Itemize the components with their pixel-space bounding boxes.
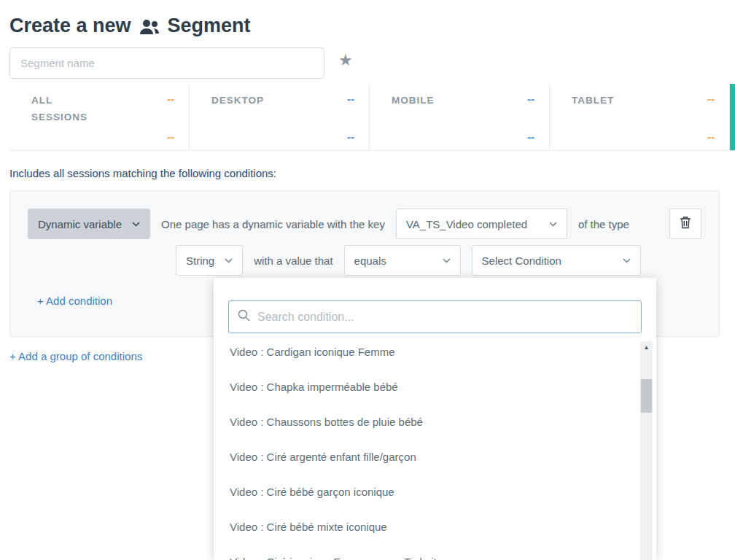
chevron-down-icon	[225, 258, 233, 263]
stat-label: ALL SESSIONS	[31, 93, 112, 126]
condition-options-list: Video : Cardigan iconique Femme Video : …	[214, 334, 644, 560]
of-type-label: of the type	[578, 218, 629, 230]
scrollbar-thumb[interactable]	[641, 379, 652, 413]
scrollbar-up-arrow[interactable]: ▲	[640, 341, 653, 353]
stat-mobile: MOBILE -- --	[370, 84, 550, 150]
stat-label: TABLET	[572, 93, 614, 109]
add-group-of-conditions-link[interactable]: + Add a group of conditions	[9, 350, 142, 362]
favorite-star-icon[interactable]: ★	[338, 52, 353, 69]
stat-value-bottom: --	[527, 131, 534, 143]
stat-value-top: --	[347, 93, 354, 105]
condition-value-select[interactable]: Select Condition	[472, 245, 641, 276]
stat-all-sessions: ALL SESSIONS -- --	[9, 84, 190, 150]
chevron-down-icon	[443, 258, 451, 263]
operator-select[interactable]: equals	[344, 245, 461, 276]
value-type-select[interactable]: String	[176, 245, 243, 276]
users-icon	[139, 17, 160, 35]
stat-value-top: --	[167, 93, 174, 105]
stat-tablet: TABLET -- --	[550, 84, 730, 150]
dynamic-variable-key-select[interactable]: VA_TS_Video completed	[396, 209, 567, 239]
stat-value-top: --	[707, 93, 715, 105]
stat-value-bottom: --	[707, 131, 715, 143]
condition-option[interactable]: Video : Ciré bébé mixte iconique	[214, 509, 644, 544]
condition-option[interactable]: Video : Cardigan iconique Femme	[214, 334, 644, 369]
condition-option[interactable]: Video : Chapka imperméable bébé	[214, 369, 644, 404]
stat-value-top: --	[527, 93, 534, 105]
segment-builder-page: Create a new Segment ★ ALL SESSIONS -- -…	[0, 0, 735, 560]
conditions-intro-text: Includes all sessions matching the follo…	[9, 167, 276, 179]
page-title-prefix: Create a new	[9, 15, 131, 37]
stat-value-bottom: --	[347, 131, 354, 143]
stat-section-partial	[730, 84, 735, 150]
chevron-down-icon	[132, 222, 140, 227]
stat-desktop: DESKTOP -- --	[190, 84, 370, 150]
add-condition-link[interactable]: + Add condition	[37, 295, 112, 307]
stats-bar: ALL SESSIONS -- -- DESKTOP -- -- MOBILE …	[9, 84, 735, 151]
condition-type-select[interactable]: Dynamic variable	[28, 209, 150, 239]
delete-condition-button[interactable]	[669, 209, 701, 239]
condition-option[interactable]: Video : Ciré argenté enfant fille/garçon	[214, 439, 644, 474]
trash-icon	[680, 216, 691, 232]
segment-name-input[interactable]	[9, 47, 324, 79]
condition-option[interactable]: Video : Ciré bébé garçon iconique	[214, 474, 644, 509]
chevron-down-icon	[623, 258, 631, 263]
stat-label: DESKTOP	[211, 93, 264, 109]
page-title-suffix: Segment	[168, 15, 251, 37]
condition-search-input[interactable]	[257, 311, 632, 324]
with-value-label: with a value that	[254, 254, 332, 267]
condition-description: One page has a dynamic variable with the…	[161, 218, 385, 230]
condition-search-box	[228, 300, 642, 333]
search-icon	[238, 309, 250, 324]
options-scrollbar[interactable]: ▲	[640, 341, 653, 560]
condition-option[interactable]: Video : Ciré iconique Femme rouge Terkui…	[214, 544, 644, 560]
stat-label: MOBILE	[392, 93, 435, 109]
condition-option[interactable]: Video : Chaussons bottes de pluie bébé	[214, 404, 644, 439]
page-title: Create a new Segment	[9, 15, 251, 37]
condition-dropdown-popup: Video : Cardigan iconique Femme Video : …	[214, 278, 656, 560]
stat-value-bottom: --	[167, 131, 174, 143]
condition-row-1: Dynamic variable One page has a dynamic …	[28, 209, 701, 239]
condition-row-2: String with a value that equals Select C…	[176, 245, 701, 276]
chevron-down-icon	[549, 222, 557, 227]
